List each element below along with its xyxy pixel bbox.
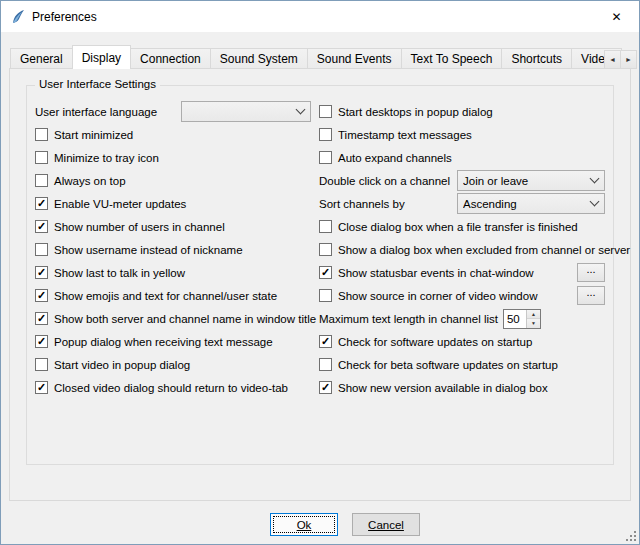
tab-shortcuts[interactable]: Shortcuts [501, 48, 572, 69]
row-show-username: Show username instead of nickname [35, 238, 311, 261]
sort-channels-row: Sort channels by Ascending [319, 192, 605, 215]
label-server-channel-in-title[interactable]: Show both server and channel name in win… [54, 313, 316, 325]
label-show-username[interactable]: Show username instead of nickname [54, 244, 243, 256]
close-icon: ✕ [611, 10, 621, 24]
checkbox-close-on-transfer-finished[interactable] [319, 220, 332, 233]
label-video-popup[interactable]: Start video in popup dialog [54, 359, 190, 371]
label-beta-updates[interactable]: Check for beta software updates on start… [338, 359, 558, 371]
chevron-down-icon [590, 197, 600, 207]
checkbox-new-version-dialog[interactable] [319, 381, 332, 394]
row-video-return-tab: Closed video dialog should return to vid… [35, 376, 311, 399]
checkbox-statusbar-events[interactable] [319, 266, 332, 279]
row-minimize-to-tray: Minimize to tray icon [35, 146, 311, 169]
checkbox-timestamp-messages[interactable] [319, 128, 332, 141]
double-click-dropdown[interactable]: Join or leave [457, 170, 605, 191]
close-button[interactable]: ✕ [594, 1, 639, 32]
display-tab-page: User Interface Settings User interface l… [9, 68, 631, 501]
footer: Ok Cancel [26, 513, 640, 536]
tab-connection[interactable]: Connection [130, 48, 211, 69]
checkbox-last-to-talk-yellow[interactable] [35, 266, 48, 279]
user-interface-settings-group: User Interface Settings User interface l… [26, 85, 614, 465]
row-last-to-talk-yellow: Show last to talk in yellow [35, 261, 311, 284]
checkbox-popup-text-message[interactable] [35, 335, 48, 348]
tab-general[interactable]: General [10, 48, 73, 69]
checkbox-vu-meter-updates[interactable] [35, 197, 48, 210]
label-timestamp-messages[interactable]: Timestamp text messages [338, 129, 472, 141]
row-emojis-text-state: Show emojis and text for channel/user st… [35, 284, 311, 307]
label-popup-text-message[interactable]: Popup dialog when receiving text message [54, 336, 273, 348]
label-video-source-corner[interactable]: Show source in corner of video window [338, 290, 537, 302]
row-timestamp-messages: Timestamp text messages [319, 123, 605, 146]
double-click-value: Join or leave [463, 175, 591, 187]
titlebar[interactable]: Preferences ✕ [1, 1, 639, 32]
ellipsis-label: ... [586, 287, 595, 297]
label-minimize-to-tray[interactable]: Minimize to tray icon [54, 152, 159, 164]
row-desktops-popup: Start desktops in popup dialog [319, 100, 605, 123]
max-text-length-spinner[interactable]: 50 ▲ ▼ [503, 309, 541, 329]
statusbar-events-options-button[interactable]: ... [577, 263, 605, 282]
tab-scroll-right-button[interactable]: ► [620, 50, 637, 69]
label-show-user-count[interactable]: Show number of users in channel [54, 221, 225, 233]
row-video-source-corner: Show source in corner of video window ..… [319, 284, 605, 307]
tab-label: Display [82, 51, 121, 65]
label-start-minimized[interactable]: Start minimized [54, 129, 133, 141]
checkbox-excluded-dialog[interactable] [319, 243, 332, 256]
tab-label: Sound Events [317, 52, 392, 66]
row-vu-meter-updates: Enable VU-meter updates [35, 192, 311, 215]
tab-scroll-left-button[interactable]: ◄ [604, 50, 621, 69]
tab-label: Sound System [220, 52, 298, 66]
ok-button[interactable]: Ok [270, 513, 338, 536]
label-new-version-dialog[interactable]: Show new version available in dialog box [338, 382, 548, 394]
label-always-on-top[interactable]: Always on top [54, 175, 126, 187]
app-icon [10, 9, 26, 25]
cancel-button[interactable]: Cancel [352, 513, 420, 536]
checkbox-emojis-text-state[interactable] [35, 289, 48, 302]
checkbox-updates-on-startup[interactable] [319, 335, 332, 348]
tab-sound-events[interactable]: Sound Events [307, 48, 402, 69]
checkbox-minimize-to-tray[interactable] [35, 151, 48, 164]
checkbox-video-popup[interactable] [35, 358, 48, 371]
label-updates-on-startup[interactable]: Check for software updates on startup [338, 336, 532, 348]
checkbox-server-channel-in-title[interactable] [35, 312, 48, 325]
tab-display[interactable]: Display [72, 45, 131, 69]
row-statusbar-events: Show statusbar events in chat-window ... [319, 261, 605, 284]
ok-label: Ok [297, 519, 312, 531]
arrow-right-icon: ► [625, 56, 632, 63]
resize-grip[interactable] [624, 529, 637, 542]
label-statusbar-events[interactable]: Show statusbar events in chat-window [338, 267, 534, 279]
video-source-options-button[interactable]: ... [577, 286, 605, 305]
checkbox-show-username[interactable] [35, 243, 48, 256]
checkbox-beta-updates[interactable] [319, 358, 332, 371]
checkbox-video-source-corner[interactable] [319, 289, 332, 302]
checkbox-video-return-tab[interactable] [35, 381, 48, 394]
row-show-user-count: Show number of users in channel [35, 215, 311, 238]
checkbox-auto-expand-channels[interactable] [319, 151, 332, 164]
row-new-version-dialog: Show new version available in dialog box [319, 376, 605, 399]
label-desktops-popup[interactable]: Start desktops in popup dialog [338, 106, 493, 118]
tab-label: Text To Speech [411, 52, 493, 66]
label-last-to-talk-yellow[interactable]: Show last to talk in yellow [54, 267, 185, 279]
label-auto-expand-channels[interactable]: Auto expand channels [338, 152, 452, 164]
tab-text-to-speech[interactable]: Text To Speech [401, 48, 503, 69]
row-excluded-dialog: Show a dialog box when excluded from cha… [319, 238, 605, 261]
language-dropdown[interactable] [181, 101, 311, 122]
checkbox-show-user-count[interactable] [35, 220, 48, 233]
row-always-on-top: Always on top [35, 169, 311, 192]
right-column: Start desktops in popup dialog Timestamp… [319, 100, 605, 399]
row-close-on-transfer-finished: Close dialog box when a file transfer is… [319, 215, 605, 238]
tab-sound-system[interactable]: Sound System [210, 48, 308, 69]
checkbox-desktops-popup[interactable] [319, 105, 332, 118]
label-emojis-text-state[interactable]: Show emojis and text for channel/user st… [54, 290, 277, 302]
checkbox-always-on-top[interactable] [35, 174, 48, 187]
checkbox-start-minimized[interactable] [35, 128, 48, 141]
sort-channels-dropdown[interactable]: Ascending [457, 193, 605, 214]
sort-channels-label: Sort channels by [319, 198, 405, 210]
spin-down-button[interactable]: ▼ [527, 318, 540, 328]
label-vu-meter-updates[interactable]: Enable VU-meter updates [54, 198, 186, 210]
language-row: User interface language [35, 100, 311, 123]
spin-up-button[interactable]: ▲ [527, 310, 540, 319]
label-close-on-transfer-finished[interactable]: Close dialog box when a file transfer is… [338, 221, 578, 233]
label-video-return-tab[interactable]: Closed video dialog should return to vid… [54, 382, 288, 394]
label-excluded-dialog[interactable]: Show a dialog box when excluded from cha… [338, 244, 630, 256]
max-text-length-value[interactable]: 50 [504, 310, 526, 328]
